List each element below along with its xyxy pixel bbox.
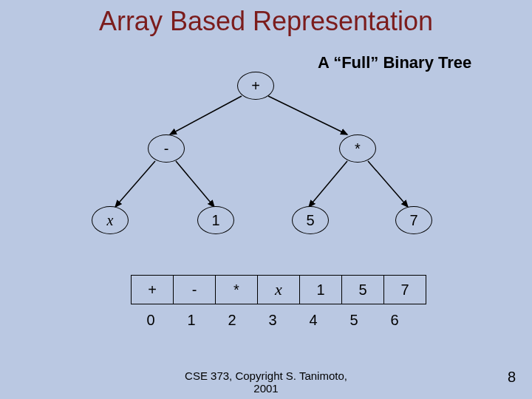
array-index: 4 — [293, 312, 333, 329]
array-cell: 1 — [300, 276, 342, 304]
footer: CSE 373, Copyright S. Tanimoto, 2001 — [0, 369, 532, 395]
tree-node-left: - — [148, 134, 185, 163]
array-index: 3 — [253, 312, 293, 329]
array-cell: - — [174, 276, 216, 304]
tree-node-lr: 1 — [197, 206, 234, 234]
tree-node-root: + — [237, 72, 274, 100]
svg-line-2 — [115, 161, 155, 207]
array-table: + - * x 1 5 7 — [131, 275, 426, 304]
array-cell: * — [216, 276, 258, 304]
array-index: 5 — [334, 312, 374, 329]
array-index: 6 — [375, 312, 415, 329]
tree-node-rl: 5 — [292, 206, 329, 234]
tree-node-right: * — [339, 134, 376, 163]
svg-line-5 — [368, 161, 408, 207]
array-cell: 5 — [342, 276, 384, 304]
footer-line1: CSE 373, Copyright S. Tanimoto, — [185, 369, 347, 382]
svg-line-0 — [170, 96, 242, 134]
footer-line2: 2001 — [253, 382, 278, 395]
tree-node-ll: x — [92, 206, 129, 234]
page-number: 8 — [508, 369, 516, 386]
array-cell: x — [258, 276, 300, 304]
array-index: 2 — [212, 312, 252, 329]
svg-line-3 — [176, 161, 214, 207]
array-cell: + — [132, 276, 174, 304]
svg-line-4 — [309, 161, 347, 207]
tree-node-rr: 7 — [395, 206, 432, 234]
slide-subtitle: A “Full” Binary Tree — [318, 53, 471, 72]
svg-line-1 — [268, 96, 347, 134]
slide-title: Array Based Representation — [0, 6, 532, 37]
array-index: 1 — [171, 312, 211, 329]
array-cell: 7 — [384, 276, 426, 304]
array-index: 0 — [131, 312, 171, 329]
